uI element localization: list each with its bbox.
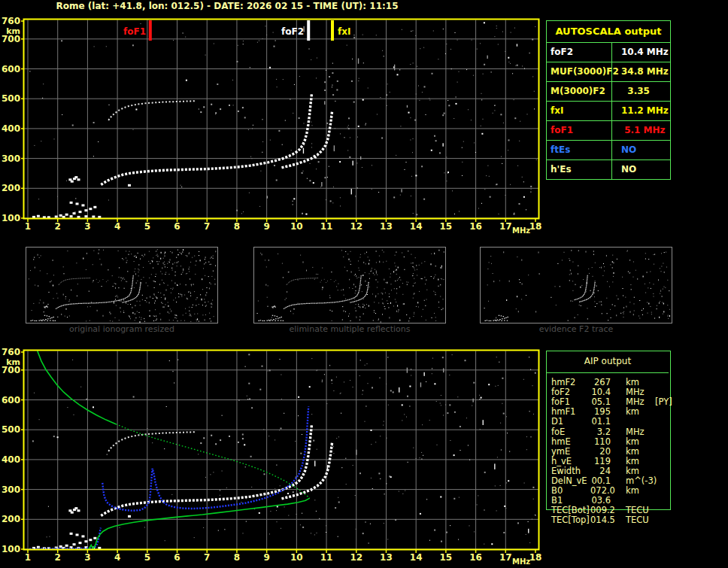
x-tick-label: 2: [50, 221, 66, 232]
aip-label: foF1: [551, 397, 590, 407]
noise-dot: [442, 357, 444, 358]
noise-dot: [658, 279, 659, 281]
noise-dot: [282, 263, 283, 264]
noise-dot: [214, 316, 214, 317]
noise-streak: [494, 463, 495, 469]
noise-dot: [156, 315, 156, 317]
noise-dot: [377, 275, 378, 275]
noise-dot: [202, 314, 203, 315]
noise-dot: [362, 394, 362, 395]
noise-dot: [162, 307, 163, 308]
noise-dot: [453, 498, 455, 500]
noise-dot: [121, 278, 122, 278]
noise-dot: [156, 296, 156, 298]
noise-dot: [521, 299, 522, 299]
echo-blob: [487, 320, 487, 320]
aip-row-TEC[Top]: TEC[Top]014.5TECU: [546, 515, 674, 525]
noise-dot: [190, 262, 191, 263]
noise-dot: [200, 294, 201, 295]
fxI-marker-line: [331, 20, 334, 41]
noise-dot: [438, 279, 438, 281]
noise-dot: [568, 320, 569, 321]
noise-dot: [469, 525, 470, 526]
noise-dot: [654, 264, 654, 265]
noise-dot: [404, 257, 405, 257]
noise-dot: [360, 360, 361, 360]
noise-dot: [265, 260, 265, 260]
aip-value: 009.2: [590, 506, 611, 515]
noise-dot: [198, 454, 199, 454]
noise-dot: [382, 50, 383, 51]
noise-dot: [413, 316, 414, 317]
noise-dot: [34, 257, 35, 258]
noise-dot: [257, 42, 258, 43]
noise-dot: [153, 315, 154, 316]
noise-dot: [414, 312, 414, 313]
echo-blob: [43, 320, 44, 320]
noise-dot: [434, 530, 435, 531]
noise-dot: [503, 413, 505, 415]
noise-dot: [169, 262, 170, 263]
noise-dot: [337, 80, 338, 82]
noise-dot: [434, 254, 435, 254]
noise-dot: [279, 430, 280, 430]
noise-dot: [189, 267, 190, 268]
x-tick-label: 7: [199, 552, 215, 563]
noise-dot: [438, 59, 438, 59]
noise-dot: [162, 303, 163, 304]
noise-dot: [177, 262, 178, 263]
noise-dot: [336, 286, 337, 287]
noise-dot: [211, 321, 211, 322]
echo-blob: [499, 315, 499, 316]
noise-dot: [341, 467, 342, 468]
noise-dot: [326, 70, 326, 71]
noise-dot: [416, 458, 417, 459]
noise-dot: [529, 411, 530, 412]
noise-dot: [367, 363, 368, 364]
thumbnail-0-caption: original ionogram resized: [26, 324, 218, 334]
noise-dot: [389, 293, 390, 294]
noise-dot: [472, 40, 472, 41]
noise-dot: [570, 269, 571, 271]
noise-dot: [72, 125, 74, 126]
noise-dot: [400, 126, 401, 126]
noise-dot: [121, 281, 122, 281]
noise-dot: [538, 252, 539, 254]
noise-dot: [595, 306, 596, 307]
noise-dot: [528, 275, 529, 275]
trace-path: [101, 93, 311, 184]
echo-blob: [59, 545, 62, 548]
noise-dot: [344, 137, 345, 138]
noise-dot: [69, 299, 70, 300]
noise-dot: [368, 257, 369, 257]
noise-dot: [356, 304, 356, 305]
noise-dot: [551, 297, 551, 298]
noise-dot: [440, 403, 441, 404]
noise-dot: [396, 274, 397, 275]
y-tick-label: 760: [0, 347, 20, 357]
noise-dot: [139, 312, 140, 313]
noise-dot: [169, 320, 170, 320]
noise-dot: [429, 420, 430, 421]
echo-blob: [272, 315, 273, 316]
noise-dot: [197, 318, 198, 320]
noise-dot: [514, 214, 515, 215]
noise-dot: [57, 196, 58, 197]
noise-dot: [302, 513, 302, 514]
noise-dot: [507, 433, 508, 433]
noise-streak: [351, 189, 352, 195]
noise-dot: [137, 281, 138, 281]
noise-dot: [205, 294, 206, 296]
noise-dot: [333, 453, 334, 454]
noise-dot: [633, 314, 634, 315]
noise-dot: [196, 299, 196, 300]
noise-dot: [571, 301, 572, 302]
noise-dot: [191, 316, 192, 317]
aip-row-hmF2: hmF2267km: [546, 378, 674, 387]
noise-dot: [330, 200, 332, 202]
noise-dot: [466, 418, 467, 418]
noise-dot: [413, 273, 414, 274]
noise-dot: [150, 263, 150, 264]
aip-value: 110: [590, 437, 611, 447]
noise-dot: [316, 370, 317, 371]
